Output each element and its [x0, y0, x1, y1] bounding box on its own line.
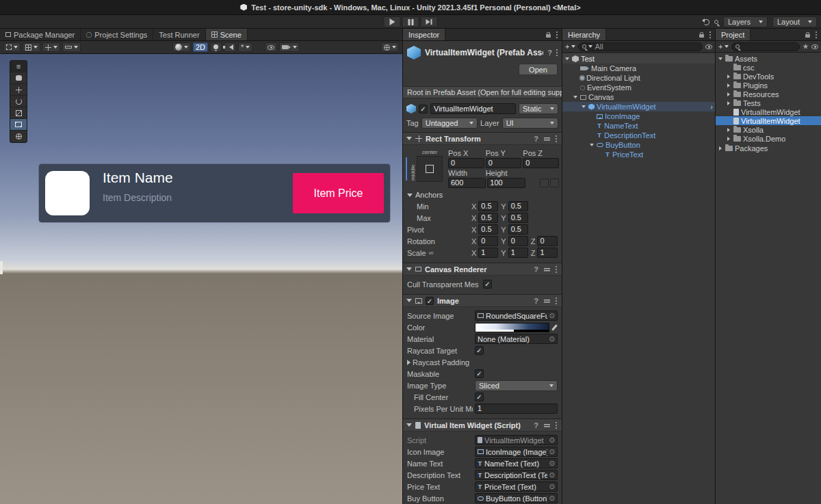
presets-icon[interactable] — [544, 136, 550, 142]
project-item-assets[interactable]: Assets — [716, 54, 821, 63]
scale-z-field[interactable]: 1 — [537, 248, 558, 258]
rotate-tool-button[interactable] — [10, 96, 27, 107]
snap-settings-dropdown[interactable] — [42, 42, 60, 52]
help-icon[interactable]: ? — [534, 421, 538, 429]
project-search-input[interactable] — [731, 42, 800, 51]
buy-button-field[interactable]: BuyButton (Button) ⊙ — [475, 493, 558, 503]
help-icon[interactable]: ? — [534, 297, 538, 305]
step-button[interactable] — [421, 16, 438, 27]
source-image-field[interactable]: RoundedSquareFull@ ⊙ — [475, 310, 558, 321]
foldout-icon[interactable] — [725, 128, 731, 132]
max-y-field[interactable]: 0.5 — [508, 213, 528, 223]
pause-button[interactable] — [402, 16, 419, 27]
scale-tool-button[interactable] — [10, 107, 27, 119]
rect-transform-header[interactable]: Rect Transform ? — [403, 132, 562, 145]
description-text-field[interactable]: T DescriptionText (Text) ⊙ — [475, 470, 558, 480]
hierarchy-item-eventsystem[interactable]: EventSystem — [562, 83, 715, 92]
hierarchy-search-input[interactable]: All — [578, 42, 703, 51]
min-x-field[interactable]: 0.5 — [478, 201, 498, 211]
tools-overlay-menu[interactable]: ≡ — [10, 61, 27, 72]
presets-icon[interactable] — [544, 423, 550, 428]
hierarchy-item-canvas[interactable]: Canvas — [562, 92, 715, 102]
blueprint-toggle-icon[interactable] — [540, 178, 549, 187]
tab-project[interactable]: Project — [716, 29, 751, 40]
color-swatch[interactable] — [475, 323, 549, 332]
width-field[interactable]: 600 — [448, 178, 486, 188]
hierarchy-item-descriptiontext[interactable]: T DescriptionText — [562, 131, 715, 140]
raycast-padding-row[interactable]: Raycast Padding — [406, 356, 559, 368]
prefab-open-arrow-icon[interactable]: › — [710, 103, 713, 111]
foldout-icon[interactable] — [406, 137, 412, 140]
create-object-button[interactable]: + — [565, 42, 575, 51]
object-picker-icon[interactable]: ⊙ — [549, 494, 555, 502]
giz mos-dropdown[interactable] — [381, 42, 399, 52]
foldout-icon[interactable] — [717, 146, 723, 150]
fill-center-checkbox[interactable]: ✓ — [475, 393, 484, 401]
rect-tool-button[interactable] — [10, 119, 27, 131]
tab-inspector[interactable]: Inspector — [403, 29, 445, 40]
hidden-packages-icon[interactable] — [811, 44, 818, 49]
search-icon[interactable] — [714, 20, 718, 24]
lock-icon[interactable] — [805, 34, 810, 38]
project-item-devtools[interactable]: DevTools — [716, 72, 821, 81]
material-field[interactable]: None (Material) ⊙ — [475, 334, 558, 344]
foldout-icon[interactable] — [406, 267, 412, 271]
maskable-checkbox[interactable]: ✓ — [475, 369, 484, 378]
foldout-icon[interactable] — [725, 137, 731, 141]
hierarchy-item-buybutton[interactable]: BuyButton — [562, 140, 715, 150]
presets-icon[interactable] — [544, 267, 550, 272]
project-item-virtualitemwidget-selected[interactable]: VirtualItemWidget — [716, 116, 821, 125]
image-enabled-checkbox[interactable]: ✓ — [426, 297, 434, 305]
rotation-x-field[interactable]: 0 — [478, 236, 498, 246]
play-button[interactable] — [384, 16, 401, 27]
tab-hierarchy[interactable]: Hierarchy — [562, 29, 606, 40]
kebab-menu-icon[interactable] — [556, 34, 558, 36]
scale-x-field[interactable]: 1 — [478, 248, 498, 258]
kebab-menu-icon[interactable] — [816, 34, 817, 36]
measure-dropdown[interactable] — [62, 42, 81, 52]
name-text-field[interactable]: T NameText (Text) ⊙ — [475, 458, 558, 468]
static-dropdown[interactable]: Static — [519, 103, 558, 114]
canvas-renderer-header[interactable]: Canvas Renderer ? — [403, 263, 562, 276]
foldout-icon[interactable] — [725, 75, 731, 79]
kebab-menu-icon[interactable] — [556, 269, 557, 270]
foldout-icon[interactable] — [580, 105, 586, 108]
open-prefab-button[interactable]: Open — [519, 64, 558, 75]
hierarchy-item-pricetext[interactable]: T PriceText — [562, 150, 715, 159]
active-checkbox[interactable]: ✓ — [419, 105, 428, 114]
hierarchy-item-directional-light[interactable]: Directional Light — [562, 73, 715, 83]
foldout-icon[interactable] — [406, 299, 412, 302]
pivot-y-field[interactable]: 0.5 — [508, 224, 528, 235]
project-item-resources[interactable]: Resources — [716, 90, 821, 98]
raw-edit-toggle-icon[interactable] — [550, 178, 559, 187]
kebab-menu-icon[interactable] — [556, 138, 557, 140]
help-icon[interactable]: ? — [534, 265, 538, 274]
tab-package-manager[interactable]: Package Manager — [0, 29, 81, 40]
project-item-tests[interactable]: Tests — [716, 98, 821, 107]
kebab-menu-icon[interactable] — [556, 300, 557, 302]
hierarchy-item-test-scene[interactable]: Test — [562, 54, 715, 64]
object-picker-icon[interactable]: ⊙ — [549, 460, 555, 467]
layers-dropdown[interactable]: Layers — [723, 16, 768, 27]
eyedropper-icon[interactable] — [551, 324, 558, 331]
anchors-foldout[interactable]: Anchors — [406, 189, 559, 200]
kebab-menu-icon[interactable] — [709, 34, 711, 36]
foldout-icon[interactable] — [717, 57, 723, 60]
lock-icon[interactable] — [699, 34, 704, 38]
image-type-dropdown[interactable]: Sliced — [475, 380, 558, 391]
help-icon[interactable]: ? — [534, 135, 538, 143]
foldout-icon[interactable] — [564, 57, 570, 60]
object-picker-icon[interactable]: ⊙ — [549, 448, 555, 455]
object-picker-icon[interactable]: ⊙ — [549, 335, 555, 343]
transform-tool-button[interactable] — [10, 131, 27, 142]
project-item-virtualitemwidget-asset[interactable]: VirtualItemWidget — [716, 107, 821, 116]
anchor-preset-widget[interactable]: center middle — [408, 149, 448, 187]
cull-transparent-mesh-checkbox[interactable]: ✓ — [483, 280, 492, 289]
object-picker-icon[interactable]: ⊙ — [549, 471, 555, 479]
2d-mode-toggle[interactable]: 2D — [193, 42, 208, 52]
undo-history-icon[interactable] — [703, 19, 709, 25]
shading-mode-dropdown[interactable] — [172, 42, 191, 52]
max-x-field[interactable]: 0.5 — [478, 213, 498, 223]
foldout-icon[interactable] — [588, 144, 595, 146]
tag-dropdown[interactable]: Untagged — [421, 118, 478, 129]
